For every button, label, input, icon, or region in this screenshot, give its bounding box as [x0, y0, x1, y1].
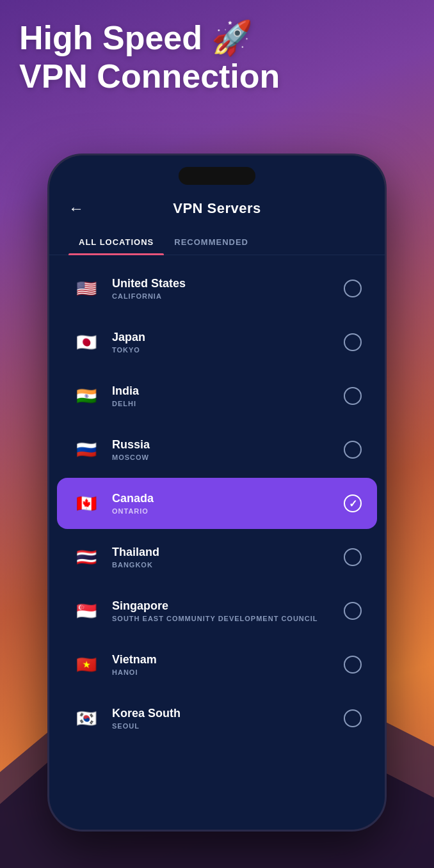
- flag-in: 🇮🇳: [72, 382, 100, 410]
- radio-kr[interactable]: [344, 709, 362, 727]
- flag-ru: 🇷🇺: [72, 436, 100, 464]
- flag-us: 🇺🇸: [72, 274, 100, 303]
- server-item-kr[interactable]: 🇰🇷 Korea South SEOUL: [57, 693, 377, 744]
- radio-jp[interactable]: [344, 333, 362, 351]
- server-item-jp[interactable]: 🇯🇵 Japan TOKYO: [57, 317, 377, 368]
- server-info-ru: Russia MOSCOW: [112, 438, 344, 461]
- tabs-bar: ALL LOCATIONS RECOMMENDED: [49, 230, 385, 255]
- tab-recommended[interactable]: RECOMMENDED: [164, 230, 259, 255]
- server-name-ru: Russia: [112, 438, 344, 452]
- back-button[interactable]: ←: [68, 200, 84, 217]
- tab-all-locations[interactable]: ALL LOCATIONS: [68, 230, 164, 255]
- server-name-kr: Korea South: [112, 707, 344, 720]
- phone-body: ← VPN Servers ALL LOCATIONS RECOMMENDED …: [47, 154, 387, 832]
- radio-in[interactable]: [344, 387, 362, 405]
- server-item-sg[interactable]: 🇸🇬 Singapore SOUTH EAST COMMUNITY DEVELO…: [57, 585, 377, 636]
- server-location-jp: TOKYO: [112, 346, 344, 354]
- server-location-vn: HANOI: [112, 668, 344, 676]
- header-line2: VPN Connection: [19, 58, 280, 95]
- server-name-jp: Japan: [112, 331, 344, 344]
- server-info-vn: Vietnam HANOI: [112, 653, 344, 676]
- phone-notch: [179, 167, 255, 185]
- server-location-ru: MOSCOW: [112, 454, 344, 461]
- flag-th: 🇹🇭: [72, 543, 100, 571]
- server-location-ca: ONTARIO: [112, 507, 344, 515]
- header-section: High Speed 🚀 VPN Connection: [19, 19, 280, 96]
- server-info-us: United States CALIFORNIA: [112, 277, 344, 300]
- radio-ca[interactable]: [344, 494, 362, 512]
- server-info-sg: Singapore SOUTH EAST COMMUNITY DEVELOPME…: [112, 599, 344, 622]
- server-item-th[interactable]: 🇹🇭 Thailand BANGKOK: [57, 532, 377, 583]
- server-info-in: India DELHI: [112, 384, 344, 407]
- server-info-jp: Japan TOKYO: [112, 331, 344, 354]
- server-name-vn: Vietnam: [112, 653, 344, 667]
- server-item-in[interactable]: 🇮🇳 India DELHI: [57, 370, 377, 422]
- header-line1: High Speed 🚀: [19, 19, 253, 56]
- server-info-ca: Canada ONTARIO: [112, 492, 344, 515]
- flag-jp: 🇯🇵: [72, 328, 100, 356]
- server-item-us[interactable]: 🇺🇸 United States CALIFORNIA: [57, 263, 377, 314]
- phone-screen: ← VPN Servers ALL LOCATIONS RECOMMENDED …: [49, 155, 385, 830]
- server-name-us: United States: [112, 277, 344, 290]
- radio-ru[interactable]: [344, 441, 362, 459]
- flag-sg: 🇸🇬: [72, 597, 100, 625]
- radio-sg[interactable]: [344, 602, 362, 620]
- server-name-th: Thailand: [112, 546, 344, 559]
- server-item-ru[interactable]: 🇷🇺 Russia MOSCOW: [57, 424, 377, 475]
- server-item-ca[interactable]: 🇨🇦 Canada ONTARIO: [57, 478, 377, 529]
- phone-mockup: ← VPN Servers ALL LOCATIONS RECOMMENDED …: [47, 154, 387, 832]
- radio-th[interactable]: [344, 548, 362, 566]
- server-name-ca: Canada: [112, 492, 344, 505]
- server-location-th: BANGKOK: [112, 561, 344, 569]
- server-location-kr: SEOUL: [112, 722, 344, 730]
- server-location-sg: SOUTH EAST COMMUNITY DEVELOPMENT COUNCIL: [112, 615, 344, 622]
- server-name-in: India: [112, 384, 344, 398]
- server-location-in: DELHI: [112, 400, 344, 407]
- server-name-sg: Singapore: [112, 599, 344, 613]
- app-title: VPN Servers: [173, 200, 261, 217]
- radio-us[interactable]: [344, 280, 362, 297]
- header-title: High Speed 🚀 VPN Connection: [19, 19, 280, 96]
- server-info-th: Thailand BANGKOK: [112, 546, 344, 569]
- server-item-vn[interactable]: 🇻🇳 Vietnam HANOI: [57, 639, 377, 690]
- radio-vn[interactable]: [344, 656, 362, 674]
- flag-kr: 🇰🇷: [72, 704, 100, 732]
- flag-ca: 🇨🇦: [72, 489, 100, 517]
- server-info-kr: Korea South SEOUL: [112, 707, 344, 730]
- flag-vn: 🇻🇳: [72, 651, 100, 679]
- server-list: 🇺🇸 United States CALIFORNIA 🇯🇵 Japan TOK…: [49, 255, 385, 830]
- server-location-us: CALIFORNIA: [112, 292, 344, 300]
